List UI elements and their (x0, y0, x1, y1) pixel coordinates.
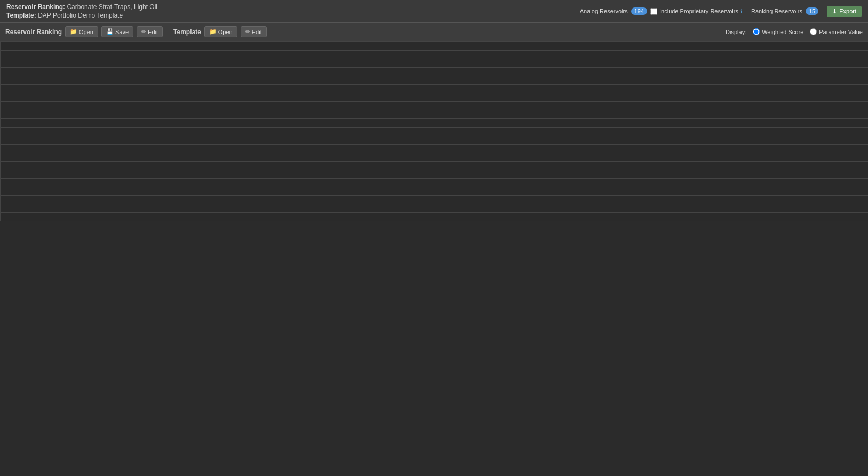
table-row: Ashtart - El Garia⊞ 📈 ⚖ ⊡8.010.57 (1, 128, 869, 136)
table-row: McElroy - Grayburg⊞ 📈 ⚖ ⊡8.810.59 (1, 119, 869, 128)
template-name: DAP Portfolio Demo Template (38, 12, 123, 19)
display-section: Display: Weighted Score Parameter Value (726, 28, 863, 35)
left-fixed-panel: Reservoirs Total Score ℹ Average Score ▼… (0, 41, 868, 469)
ranking-open-button[interactable]: 📁 Open (65, 26, 98, 37)
app-title: Reservoir Ranking: Carbonate Strat-Traps… (6, 3, 157, 11)
ranking-count: 15 (806, 7, 818, 15)
weighted-score-label: Weighted Score (762, 29, 803, 35)
ranking-info: Ranking Reservoirs 15 (751, 7, 818, 15)
table-row: Yihezhuang - Majia...⊞ 📈 ⚖ ⊡5.480.39 (1, 196, 869, 204)
parameter-value-label: Parameter Value (819, 29, 863, 35)
table-row: Ragusa - Taormina⊞ 📈 ⚖ ⊡6.910.53 (1, 145, 869, 153)
table-row: Renqiu - Wumishan⊞ 📈 ⚖ ⊡10.410.65 (1, 102, 869, 110)
analog-label: Analog Reservoirs (580, 8, 628, 14)
top-bar-right: Analog Reservoirs 194 Include Proprietar… (580, 6, 862, 17)
table-row: Horse Creek - Red ...⊞ 📈 ⚖ ⊡4.880.31 (1, 213, 869, 221)
weighted-score-radio[interactable] (753, 28, 760, 35)
top-bar: Reservoir Ranking: Carbonate Strat-Traps… (0, 0, 868, 23)
table-row: Means - San andres⊞ 📈 ⚖ ⊡7.70.51 (1, 162, 869, 170)
template-edit-icon: ✏ (245, 28, 250, 35)
proprietary-checkbox[interactable] (650, 8, 657, 15)
samples-meta-label: Samples (1, 51, 869, 59)
ranking-toolbar-label: Reservoir Ranking (5, 28, 62, 36)
export-icon: ⬇ (832, 8, 837, 15)
toolbar: Reservoir Ranking 📁 Open 💾 Save ✏ Edit T… (0, 23, 868, 41)
template-label: Template: (6, 12, 36, 19)
ranking-edit-button[interactable]: ✏ Edit (137, 26, 163, 37)
table-row: Slaughter - San an...⊞ 📈 ⚖ ⊡8.10.54 (1, 136, 869, 145)
template-toolbar-label: Template (173, 28, 201, 36)
parameter-value-radio[interactable] (810, 28, 817, 35)
table-row: Glenburn - Mission...⊞ 📈 ⚖ ⊡5.230.35 (1, 204, 869, 213)
analog-info: Analog Reservoirs 194 Include Proprietar… (580, 7, 743, 15)
template-section: Template 📁 Open ✏ Edit (173, 26, 267, 37)
table-row: Yanling - Wumishan⊞ 📈 ⚖ ⊡7.020.47 (1, 170, 869, 179)
ranking-save-button[interactable]: 💾 Save (101, 26, 133, 37)
template-edit-button[interactable]: ✏ Edit (241, 26, 267, 37)
analog-count: 194 (631, 7, 647, 15)
proprietary-label: Include Proprietary Reservoirs (659, 8, 738, 14)
table-row: Yates - San andres⊞ 📈 ⚖ ⊡8.460.65 (1, 110, 869, 119)
proprietary-info-icon[interactable]: ℹ (740, 9, 743, 14)
dist-meta-label: Distribution (1, 68, 869, 76)
table-row: Mabee - San andres⊞ 📈 ⚖ ⊡6.550.41 (1, 187, 869, 196)
weight-meta-label: Weight (1, 76, 869, 85)
chart-meta-label: Chart (1, 85, 869, 93)
ranking-section: Reservoir Ranking 📁 Open 💾 Save ✏ Edit (5, 26, 163, 37)
ranking-subtitle: Carbonate Strat-Traps, Light Oil (67, 3, 157, 11)
folder-icon: 📁 (70, 28, 77, 35)
parameter-value-radio-label[interactable]: Parameter Value (810, 28, 863, 35)
template-open-button[interactable]: 📁 Open (204, 26, 237, 37)
template-folder-icon: 📁 (209, 28, 217, 35)
display-label: Display: (726, 29, 746, 35)
best-meta-label: Best (1, 59, 869, 68)
main-area: Reservoirs Total Score ℹ Average Score ▼… (0, 41, 868, 469)
weighted-score-radio-label[interactable]: Weighted Score (753, 28, 803, 35)
table-row: Fahud - Natih⊞ 📈 ⚖ ⊡10.590.71 (1, 93, 869, 102)
table-row: Cottonwood Creek ...⊞ 📈 ⚖ ⊡7.110.44 (1, 179, 869, 187)
export-label: Export (839, 8, 856, 14)
save-icon: 💾 (106, 28, 114, 35)
proprietary-checkbox-label[interactable]: Include Proprietary Reservoirs ℹ (650, 8, 743, 15)
top-bar-left: Reservoir Ranking: Carbonate Strat-Traps… (6, 3, 157, 19)
col-dot-header (1, 42, 869, 51)
export-button[interactable]: ⬇ Export (827, 6, 862, 17)
template-line: Template: DAP Portfolio Demo Template (6, 12, 157, 19)
ranking-res-label: Ranking Reservoirs (751, 8, 802, 14)
edit-icon: ✏ (141, 28, 146, 35)
table-row: Renqiu - Majiagou-...⊞ 📈 ⚖ ⊡7.880.53 (1, 153, 869, 162)
ranking-label: Reservoir Ranking: (6, 3, 65, 11)
left-table: Reservoirs Total Score ℹ Average Score ▼… (0, 41, 868, 221)
